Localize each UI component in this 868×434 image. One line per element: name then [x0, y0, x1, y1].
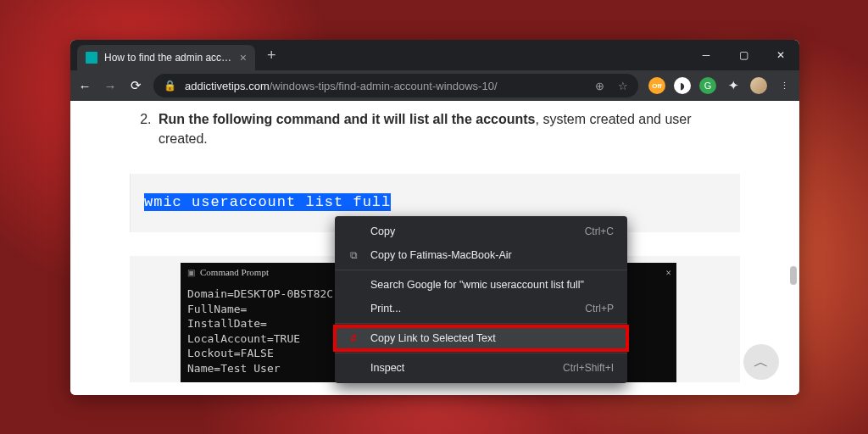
minimize-icon[interactable]: ─ [687, 40, 725, 70]
url-path: /windows-tips/find-admin-account-windows… [270, 80, 498, 92]
ctx-copy-link-to-selected[interactable]: # Copy Link to Selected Text [335, 326, 627, 350]
close-tab-icon[interactable]: × [240, 52, 247, 64]
ctx-copy[interactable]: Copy Ctrl+C [335, 220, 627, 243]
ctx-print[interactable]: Print... Ctrl+P [335, 297, 627, 320]
command-prompt-close-icon: × [665, 266, 671, 281]
titlebar: How to find the admin account o × + ─ ▢ … [70, 40, 799, 70]
window-controls: ─ ▢ ✕ [687, 40, 799, 70]
address-bar: ← → ⟳ 🔒 addictivetips.com/windows-tips/f… [70, 70, 799, 101]
ctx-search-google[interactable]: Search Google for "wmic useraccount list… [335, 273, 627, 297]
command-prompt-title: Command Prompt [200, 266, 269, 280]
star-icon[interactable]: ☆ [618, 80, 628, 92]
reload-icon[interactable]: ⟳ [128, 78, 143, 93]
tab-title: How to find the admin account o [104, 52, 233, 64]
lock-icon: 🔒 [164, 80, 176, 92]
extensions: Off ◗ G ✦ ⋮ [648, 77, 793, 94]
hash-icon: # [347, 331, 360, 345]
extension-tag-icon[interactable]: ◗ [674, 77, 691, 94]
scroll-to-top-button[interactable]: ︿ [743, 344, 779, 380]
profile-avatar-icon[interactable] [750, 77, 767, 94]
scrollbar-thumb[interactable] [790, 266, 797, 285]
devices-icon: ⧉ [347, 248, 360, 262]
context-menu: Copy Ctrl+C ⧉ Copy to Fatimas-MacBook-Ai… [335, 216, 627, 383]
url-domain: addictivetips.com [185, 80, 270, 92]
zoom-icon[interactable]: ⊕ [595, 80, 604, 92]
close-window-icon[interactable]: ✕ [762, 40, 799, 70]
extensions-icon[interactable]: ✦ [725, 77, 742, 94]
browser-tab[interactable]: How to find the admin account o × [77, 45, 255, 70]
extension-g-icon[interactable]: G [699, 77, 716, 94]
maximize-icon[interactable]: ▢ [725, 40, 762, 70]
selected-code: wmic useraccount list full [144, 193, 391, 211]
ctx-separator [335, 323, 627, 324]
ctx-separator [335, 353, 627, 353]
back-icon[interactable]: ← [77, 79, 92, 93]
favicon-icon [86, 52, 97, 64]
ctx-separator [335, 270, 627, 270]
kebab-menu-icon[interactable]: ⋮ [776, 77, 793, 94]
new-tab-button[interactable]: + [267, 47, 276, 64]
instruction-bold: Run the following command and it will li… [159, 112, 535, 126]
forward-icon[interactable]: → [103, 79, 118, 93]
extension-off-icon[interactable]: Off [648, 77, 665, 94]
ctx-copy-to-device[interactable]: ⧉ Copy to Fatimas-MacBook-Air [335, 243, 627, 267]
omnibox[interactable]: 🔒 addictivetips.com/windows-tips/find-ad… [153, 74, 638, 97]
ctx-inspect[interactable]: Inspect Ctrl+Shift+I [335, 356, 627, 380]
instruction-step: Run the following command and it will li… [155, 109, 740, 148]
